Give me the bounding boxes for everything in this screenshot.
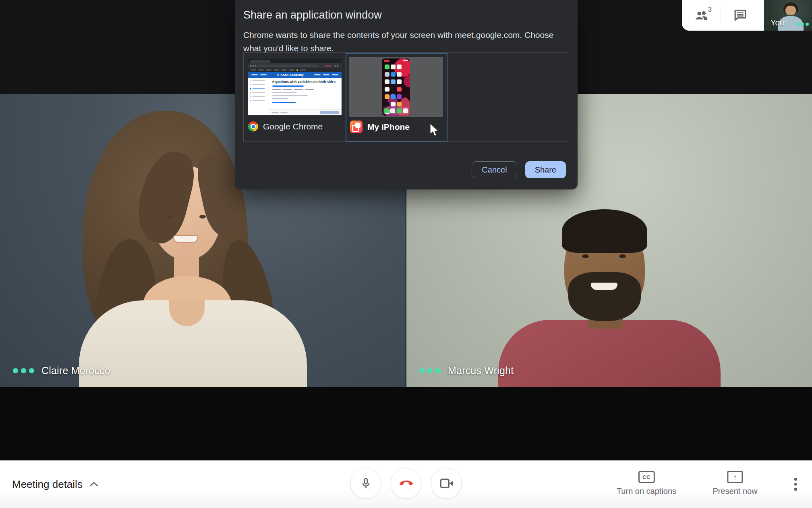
marcus-eye <box>619 254 626 258</box>
share-option-google-chrome[interactable]: Khan Academy Equations with varia <box>244 53 346 142</box>
chrome-window-thumbnail: Khan Academy Equations with varia <box>248 59 342 115</box>
dialog-description: Chrome wants to share the contents of yo… <box>243 28 568 55</box>
more-options-button[interactable] <box>791 475 800 494</box>
hang-up-icon <box>399 480 413 487</box>
participant-name: Claire Morocco <box>41 365 110 377</box>
speaking-indicator-dots <box>13 368 34 373</box>
meeting-details-label: Meeting details <box>12 478 83 491</box>
status-bar <box>403 60 408 61</box>
mouse-cursor <box>429 123 439 137</box>
dialog-actions: Cancel Share <box>472 161 566 178</box>
iphone-window-thumbnail <box>349 57 443 117</box>
camera-button[interactable] <box>431 468 462 499</box>
kebab-dot <box>794 478 797 481</box>
participant-name-tag: Marcus Wright <box>419 365 514 377</box>
share-button[interactable]: Share <box>525 161 566 178</box>
participant-count: 3 <box>708 6 712 14</box>
microphone-button[interactable] <box>350 468 381 499</box>
share-option-label: My iPhone <box>367 122 410 132</box>
present-label: Present now <box>713 487 757 496</box>
kebab-dot <box>794 488 797 491</box>
marcus-eye <box>582 254 589 258</box>
self-view-tile[interactable]: You <box>764 0 812 31</box>
people-icon <box>694 10 708 21</box>
self-face <box>785 6 796 15</box>
page-title-mini: Equations with variables on both sides <box>272 80 338 84</box>
turn-on-captions-button[interactable]: CC Turn on captions <box>617 471 676 496</box>
google-meet-screen: Claire Morocco Marcus Wright 3 <box>0 0 812 508</box>
speaking-indicator-dots <box>419 368 441 373</box>
screen-mirroring-icon <box>350 121 362 133</box>
call-controls <box>350 468 462 499</box>
participant-name: Marcus Wright <box>448 365 514 377</box>
chat-icon <box>733 9 747 21</box>
speaking-indicator-dots <box>796 23 809 26</box>
marcus-beard <box>568 272 641 321</box>
microphone-icon <box>359 477 372 490</box>
marcus-smile <box>591 283 617 290</box>
camera-icon <box>439 478 453 489</box>
present-now-button[interactable]: ↑ Present now <box>713 471 757 496</box>
meeting-bottom-bar: Meeting details <box>0 460 812 508</box>
share-screen-dialog: Share an application window Chrome wants… <box>235 0 578 189</box>
khan-academy-brand: Khan Academy <box>277 73 304 77</box>
marcus-shirt <box>498 320 721 387</box>
claire-smile <box>174 236 197 242</box>
share-source-list: Khan Academy Equations with varia <box>243 52 569 142</box>
dialog-title: Share an application window <box>243 9 382 21</box>
claire-eye <box>199 215 206 219</box>
chevron-up-icon <box>89 481 99 487</box>
iphone-dock <box>383 107 409 115</box>
home-page-dots <box>382 104 410 104</box>
claire-eye <box>167 215 174 219</box>
meeting-details-button[interactable]: Meeting details <box>12 460 99 508</box>
end-call-button[interactable] <box>391 468 422 499</box>
chat-button[interactable] <box>721 0 760 31</box>
google-chrome-icon <box>248 121 258 131</box>
cancel-button[interactable]: Cancel <box>472 161 517 178</box>
participant-name-tag: Claire Morocco <box>13 365 110 377</box>
recording-pill <box>384 60 389 62</box>
marcus-hair <box>562 209 647 253</box>
iphone-screen <box>382 58 410 116</box>
present-icon: ↑ <box>727 471 743 483</box>
participants-button[interactable]: 3 <box>682 0 721 31</box>
share-option-empty-cell <box>447 53 569 142</box>
captions-label: Turn on captions <box>617 487 676 496</box>
captions-icon: CC <box>638 471 655 483</box>
share-option-label: Google Chrome <box>263 122 323 131</box>
self-view-label: You <box>771 18 784 27</box>
meeting-side-panel: 3 <box>682 0 764 31</box>
kebab-dot <box>794 483 797 486</box>
